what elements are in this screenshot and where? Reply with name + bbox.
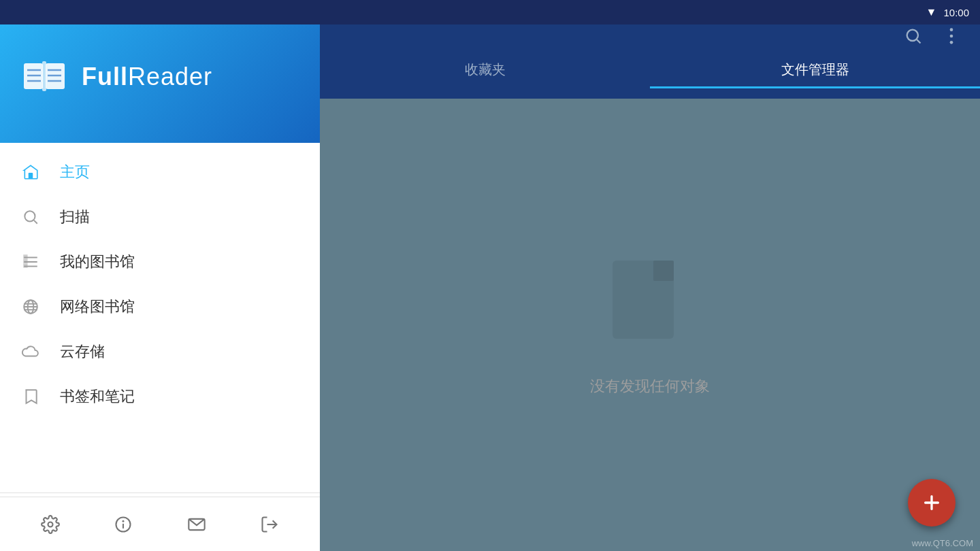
- svg-rect-16: [24, 260, 27, 263]
- cloud-icon: [20, 341, 41, 362]
- app-title-regular: Reader: [128, 63, 212, 90]
- empty-file-icon: [606, 254, 694, 356]
- svg-rect-15: [24, 255, 27, 258]
- home-icon: [20, 162, 41, 182]
- fab-add-button[interactable]: [908, 479, 956, 527]
- sidebar-item-library-label: 我的图书馆: [60, 252, 135, 272]
- sidebar-item-scan-label: 扫描: [60, 207, 90, 227]
- svg-rect-17: [24, 264, 27, 267]
- svg-point-31: [950, 28, 953, 31]
- svg-line-11: [34, 220, 37, 224]
- sidebar-item-scan[interactable]: 扫描: [0, 195, 320, 239]
- sidebar-item-online-library-label: 网络图书馆: [60, 297, 135, 317]
- logout-button[interactable]: [255, 510, 284, 539]
- svg-rect-35: [653, 261, 674, 281]
- tab-favorites-label: 收藏夹: [465, 61, 506, 79]
- globe-icon: [20, 297, 41, 317]
- svg-point-29: [907, 30, 918, 41]
- sidebar-item-home-label: 主页: [60, 162, 90, 182]
- app-title-bold: Full: [82, 63, 128, 90]
- tabs: 收藏夹 文件管理器: [320, 48, 980, 88]
- sidebar-item-bookmarks-label: 书签和笔记: [60, 386, 135, 407]
- settings-button[interactable]: [35, 510, 65, 539]
- wifi-icon: ▼: [926, 6, 937, 18]
- tab-filemanager-label: 文件管理器: [781, 61, 849, 79]
- library-icon: [20, 252, 41, 272]
- watermark: www.QT6.COM: [912, 538, 973, 548]
- bookmark-icon: [20, 386, 41, 407]
- sidebar-item-online-library[interactable]: 网络图书馆: [0, 284, 320, 329]
- info-button[interactable]: [108, 510, 138, 539]
- sidebar-item-home[interactable]: 主页: [0, 150, 320, 195]
- status-time: 10:00: [943, 7, 969, 18]
- sidebar-divider: [0, 492, 320, 493]
- sidebar-item-cloud[interactable]: 云存储: [0, 329, 320, 374]
- sidebar-item-cloud-label: 云存储: [60, 341, 105, 362]
- sidebar: FullReader 主页 扫描: [0, 0, 320, 551]
- search-button[interactable]: [901, 24, 926, 48]
- scan-icon: [20, 207, 41, 227]
- sidebar-item-library[interactable]: 我的图书馆: [0, 239, 320, 284]
- tab-favorites[interactable]: 收藏夹: [320, 53, 650, 88]
- sidebar-item-bookmarks[interactable]: 书签和笔记: [0, 374, 320, 419]
- more-options-button[interactable]: [939, 24, 964, 48]
- empty-state: 没有发现任何对象: [320, 99, 980, 551]
- main-content: 收藏夹 文件管理器 没有发现任何对象: [320, 0, 980, 551]
- empty-message: 没有发现任何对象: [590, 376, 710, 397]
- svg-point-32: [950, 35, 953, 38]
- app-logo: [20, 53, 68, 101]
- svg-rect-9: [29, 173, 33, 179]
- svg-point-10: [24, 211, 35, 221]
- status-bar: ▼ 10:00: [0, 0, 980, 24]
- svg-point-23: [48, 522, 52, 527]
- svg-rect-2: [42, 61, 46, 91]
- mail-button[interactable]: [182, 510, 212, 539]
- tab-filemanager[interactable]: 文件管理器: [650, 53, 980, 88]
- sidebar-footer: [0, 497, 320, 551]
- svg-line-30: [917, 39, 920, 43]
- svg-point-33: [950, 41, 953, 44]
- app-title: FullReader: [82, 63, 212, 91]
- sidebar-nav: 主页 扫描: [0, 143, 320, 489]
